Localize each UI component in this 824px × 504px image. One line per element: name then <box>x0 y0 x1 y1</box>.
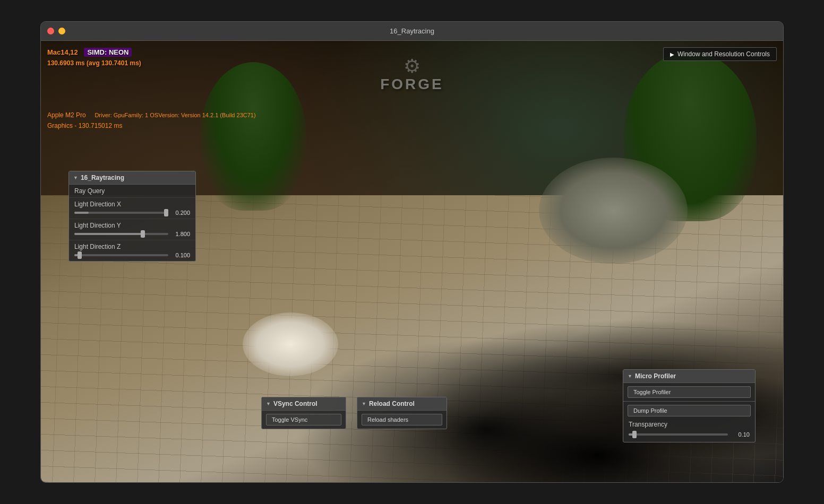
light-y-slider-fill <box>74 233 145 235</box>
light-x-slider-container: 0.200 <box>74 210 190 216</box>
dump-profile-wrapper: Dump Profile <box>623 403 755 419</box>
reload-shaders-button[interactable]: Reload shaders <box>362 414 442 425</box>
logo-icon: ⚙ <box>404 57 420 76</box>
hud-timing: 130.6903 ms (avg 130.7401 ms) <box>47 58 141 68</box>
light-x-row: Light Direction X 0.200 <box>69 198 195 219</box>
vsync-panel: ▼ VSync Control Toggle VSync <box>261 397 346 429</box>
raytracing-panel-header[interactable]: ▼ 16_Raytracing <box>69 171 195 185</box>
raytracing-panel-title: 16_Raytracing <box>81 174 124 181</box>
ray-query-row: Ray Query <box>69 185 195 198</box>
plant-left <box>200 62 306 211</box>
window-controls <box>47 28 65 34</box>
raytracing-settings-panel: ▼ 16_Raytracing Ray Query Light Directio… <box>68 171 196 262</box>
hud-simd: SIMD: NEON <box>84 48 132 57</box>
reload-panel-title: Reload Control <box>369 400 415 407</box>
viewport: ⚙ FORGE Mac14,12 SIMD: NEON 130.6903 ms … <box>41 41 783 482</box>
toggle-profiler-wrapper: Toggle Profiler <box>623 383 755 400</box>
light-y-slider-track[interactable] <box>74 233 168 235</box>
ray-query-label: Ray Query <box>74 187 190 195</box>
toggle-vsync-button[interactable]: Toggle VSync <box>266 414 341 425</box>
toggle-profiler-button[interactable]: Toggle Profiler <box>628 386 751 398</box>
collapse-arrow-icon: ▼ <box>73 175 78 180</box>
main-window: 16_Raytracing ⚙ FORGE Mac14,12 SIMD: NEO… <box>40 21 784 483</box>
light-y-slider-thumb <box>141 230 145 238</box>
window-title: 16_Raytracing <box>390 27 434 35</box>
light-x-label: Light Direction X <box>74 201 190 208</box>
vsync-panel-header[interactable]: ▼ VSync Control <box>262 397 346 411</box>
profiler-collapse-icon: ▼ <box>628 373 632 379</box>
vsync-panel-title: VSync Control <box>273 400 317 407</box>
light-x-value: 0.200 <box>171 210 190 216</box>
light-z-label: Light Direction Z <box>74 243 190 250</box>
transparency-slider-row: 0.10 <box>623 429 755 442</box>
hud-driver: Driver: GpuFamily: 1 OSVersion: Version … <box>95 112 255 118</box>
profiler-panel-header[interactable]: ▼ Micro Profiler <box>623 370 755 383</box>
light-z-slider-container: 0.100 <box>74 252 190 258</box>
vsync-btn-wrapper: Toggle VSync <box>262 411 346 429</box>
light-y-label: Light Direction Y <box>74 222 190 229</box>
light-y-row: Light Direction Y 1.800 <box>69 219 195 240</box>
close-button[interactable] <box>47 28 54 34</box>
titlebar: 16_Raytracing <box>41 22 783 41</box>
light-x-slider-fill <box>74 212 89 214</box>
window-res-label: Window and Resolution Controls <box>677 50 770 58</box>
transparency-label-row: Transparency <box>623 419 755 429</box>
profiler-panel-title: Micro Profiler <box>635 372 676 380</box>
light-z-slider-thumb <box>78 251 82 259</box>
transparency-label: Transparency <box>629 421 667 428</box>
hud-platform-simd: Mac14,12 SIMD: NEON <box>47 47 141 58</box>
light-z-value: 0.100 <box>171 252 190 258</box>
transparency-slider-container: 0.10 <box>629 431 750 438</box>
table <box>243 312 338 376</box>
reload-collapse-icon: ▼ <box>362 401 366 406</box>
minimize-button[interactable] <box>58 28 65 34</box>
reload-panel-header[interactable]: ▼ Reload Control <box>357 397 447 411</box>
dump-profile-button[interactable]: Dump Profile <box>628 405 751 416</box>
profiler-divider <box>623 401 755 402</box>
light-y-slider-container: 1.800 <box>74 231 190 237</box>
light-x-slider-thumb <box>164 209 168 216</box>
fountain <box>539 158 688 264</box>
play-icon: ▶ <box>670 51 674 57</box>
hud-gpu-info: Apple M2 Pro Driver: GpuFamily: 1 OSVers… <box>47 110 256 132</box>
logo-overlay: ⚙ FORGE <box>380 57 444 93</box>
hud-graphics-timing: Graphics - 130.715012 ms <box>47 120 256 131</box>
transparency-value: 0.10 <box>731 431 750 438</box>
light-z-slider-track[interactable] <box>74 254 168 256</box>
hud-top-left: Mac14,12 SIMD: NEON 130.6903 ms (avg 130… <box>47 47 141 68</box>
transparency-slider-thumb <box>632 431 637 438</box>
reload-btn-wrapper: Reload shaders <box>357 411 447 429</box>
profiler-panel: ▼ Micro Profiler Toggle Profiler Dump Pr… <box>623 369 756 442</box>
hud-gpu-label: Apple M2 Pro Driver: GpuFamily: 1 OSVers… <box>47 110 256 120</box>
logo-text: FORGE <box>380 76 444 93</box>
hud-gpu-name: Apple M2 Pro <box>47 111 86 119</box>
light-x-slider-track[interactable] <box>74 212 168 214</box>
reload-panel: ▼ Reload Control Reload shaders <box>357 397 447 429</box>
transparency-slider-track[interactable] <box>629 433 728 436</box>
vsync-collapse-icon: ▼ <box>266 401 271 406</box>
window-res-controls-button[interactable]: ▶ Window and Resolution Controls <box>663 47 777 61</box>
light-y-value: 1.800 <box>171 231 190 237</box>
hud-platform: Mac14,12 <box>47 48 78 56</box>
light-z-row: Light Direction Z 0.100 <box>69 240 195 261</box>
